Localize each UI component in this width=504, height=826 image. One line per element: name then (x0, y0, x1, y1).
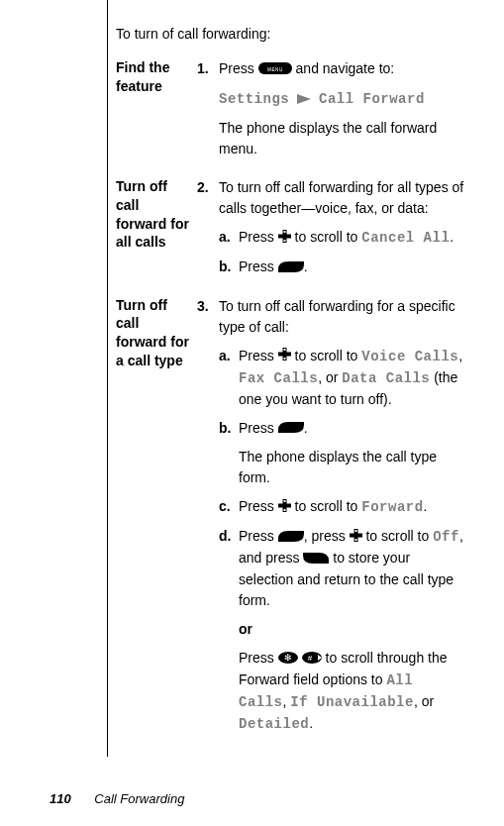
step-2-label: Turn off call forward for all calls (116, 177, 197, 278)
s3c-mid: to scroll to (291, 498, 362, 514)
svg-text:#: # (307, 654, 312, 663)
back-key-icon (303, 549, 329, 569)
page-content: To turn of call forwarding: Find the fea… (0, 0, 504, 735)
s3d-mid2: to scroll to (362, 528, 434, 544)
svg-marker-2 (297, 94, 311, 104)
step-3b: b. Press . The phone displays the call t… (219, 418, 464, 489)
step-1: Find the feature 1. Press MENU and navig… (116, 58, 464, 159)
svg-rect-16 (350, 534, 362, 538)
or-text: or (239, 621, 252, 637)
svg-rect-12 (278, 504, 291, 508)
step-2-body: 2. To turn off call forwarding for all t… (197, 177, 464, 278)
path-callforward: Call Forward (319, 91, 425, 107)
s2a-mono: Cancel All (361, 230, 450, 246)
page-title: Call Forwarding (94, 791, 184, 806)
step-3d: d. Press , press to scroll to Off, and p… (219, 526, 464, 735)
svg-rect-4 (278, 234, 291, 238)
s3a-m3: Data Calls (342, 370, 430, 386)
or-end: . (309, 715, 313, 731)
s3a-pre: Press (239, 348, 278, 363)
letter-a: a. (219, 346, 231, 366)
step-1-number: 1. (197, 58, 209, 79)
svg-rect-5 (283, 231, 285, 233)
step-3c: c. Press to scroll to Forward. (219, 496, 464, 518)
s2a-end: . (450, 229, 454, 245)
s3c-end: . (424, 498, 428, 514)
page-footer: 110 Call Forwarding (50, 789, 184, 809)
path-settings: Settings (219, 91, 289, 107)
or-pre: Press (239, 650, 278, 666)
step-3-body: 3. To turn off call forwarding for a spe… (197, 296, 464, 735)
s3d-or-body: Press ✻# to scroll through the Forward f… (239, 648, 464, 735)
step-2-text: To turn off call forwarding for all type… (219, 179, 463, 216)
svg-rect-17 (354, 530, 356, 532)
s3c-pre: Press (239, 498, 278, 514)
dpad-icon (278, 228, 291, 249)
s3a-m2: Fax Calls (239, 370, 318, 386)
step-1-label: Find the feature (116, 58, 197, 159)
svg-rect-6 (283, 240, 285, 242)
s2a-pre: Press (239, 229, 278, 245)
s3c-mono: Forward (361, 499, 423, 515)
step-1-body: 1. Press MENU and navigate to: Settings … (197, 58, 464, 159)
step-1-text-a: Press (219, 60, 258, 76)
letter-d: d. (219, 526, 231, 547)
or-s2: , or (414, 693, 434, 709)
left-right-keys-icon: ✻# (278, 649, 322, 670)
step-2-number: 2. (197, 177, 209, 198)
s3a-m1: Voice Calls (361, 349, 458, 364)
menu-key-icon: MENU (258, 59, 292, 80)
svg-rect-18 (354, 539, 356, 541)
letter-a: a. (219, 227, 231, 248)
s3b-end: . (304, 420, 308, 436)
s2b-pre: Press (239, 258, 278, 274)
dpad-icon (278, 497, 291, 518)
step-1-after: The phone displays the call forward menu… (219, 118, 464, 159)
letter-b: b. (219, 418, 231, 439)
select-key-icon (278, 418, 304, 439)
step-2a: a. Press to scroll to Cancel All. (219, 227, 464, 249)
select-key-icon (278, 527, 304, 548)
step-3: Turn off call forward for a call type 3.… (116, 296, 464, 735)
step-1-text-b: and navigate to: (292, 60, 395, 76)
s3d-mid1: , press (304, 528, 350, 544)
path-arrow-icon (297, 89, 311, 110)
letter-b: b. (219, 257, 231, 277)
letter-c: c. (219, 496, 231, 517)
s3a-s2: , or (318, 369, 342, 385)
svg-rect-8 (278, 353, 291, 357)
s3d-mono1: Off (433, 529, 459, 545)
step-3-number: 3. (197, 296, 209, 317)
svg-rect-9 (283, 349, 285, 351)
s3a-mid: to scroll to (291, 348, 362, 363)
s3b-after: The phone displays the call type form. (239, 447, 464, 488)
select-key-icon (278, 258, 304, 278)
or-m2: If Unavailable (290, 694, 414, 710)
intro-text: To turn of call forwarding: (116, 24, 464, 45)
s3a-s1: , (458, 348, 462, 363)
s3b-pre: Press (239, 420, 278, 436)
s3d-pre: Press (239, 528, 278, 544)
step-2b: b. Press . (219, 257, 464, 278)
svg-text:MENU: MENU (267, 66, 283, 71)
svg-rect-14 (283, 509, 285, 511)
step-3a: a. Press to scroll to Voice Calls, Fax C… (219, 346, 464, 410)
step-2: Turn off call forward for all calls 2. T… (116, 177, 464, 278)
dpad-icon (350, 527, 362, 548)
dpad-icon (278, 346, 291, 366)
s2a-mid: to scroll to (291, 229, 362, 245)
step-1-path: Settings Call Forward (219, 88, 464, 110)
svg-rect-10 (283, 358, 285, 360)
svg-text:✻: ✻ (284, 653, 292, 663)
step-3-label: Turn off call forward for a call type (116, 296, 197, 735)
page-number: 110 (50, 791, 71, 806)
or-m3: Detailed (239, 716, 309, 732)
step-3-text: To turn off call forwarding for a specif… (219, 298, 455, 335)
s2b-end: . (304, 258, 308, 274)
svg-rect-13 (283, 500, 285, 502)
s3d-or: or (239, 619, 464, 640)
